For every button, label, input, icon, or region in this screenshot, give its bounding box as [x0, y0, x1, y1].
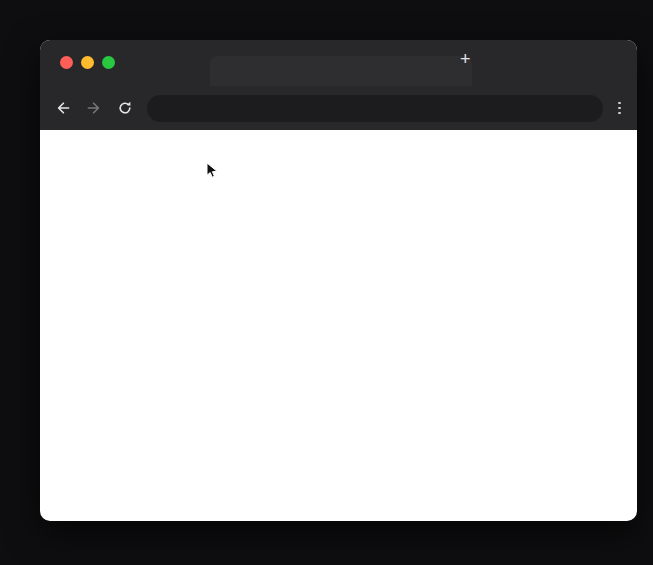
- minimize-window-button[interactable]: [81, 56, 94, 69]
- browser-navbar: [40, 86, 637, 130]
- reload-icon[interactable]: [116, 99, 134, 117]
- maximize-window-button[interactable]: [102, 56, 115, 69]
- browser-tab[interactable]: [210, 56, 472, 86]
- browser-chrome: + AFP TV Live DashboardAgendaPla: [40, 40, 637, 130]
- new-tab-icon[interactable]: +: [460, 49, 471, 70]
- back-icon[interactable]: [54, 99, 72, 117]
- browser-window: + AFP TV Live DashboardAgendaPla: [40, 40, 637, 521]
- menu-kebab-icon[interactable]: [616, 102, 623, 115]
- close-window-button[interactable]: [60, 56, 73, 69]
- browser-titlebar[interactable]: +: [40, 40, 637, 86]
- url-bar[interactable]: [147, 95, 603, 122]
- forward-icon[interactable]: [85, 99, 103, 117]
